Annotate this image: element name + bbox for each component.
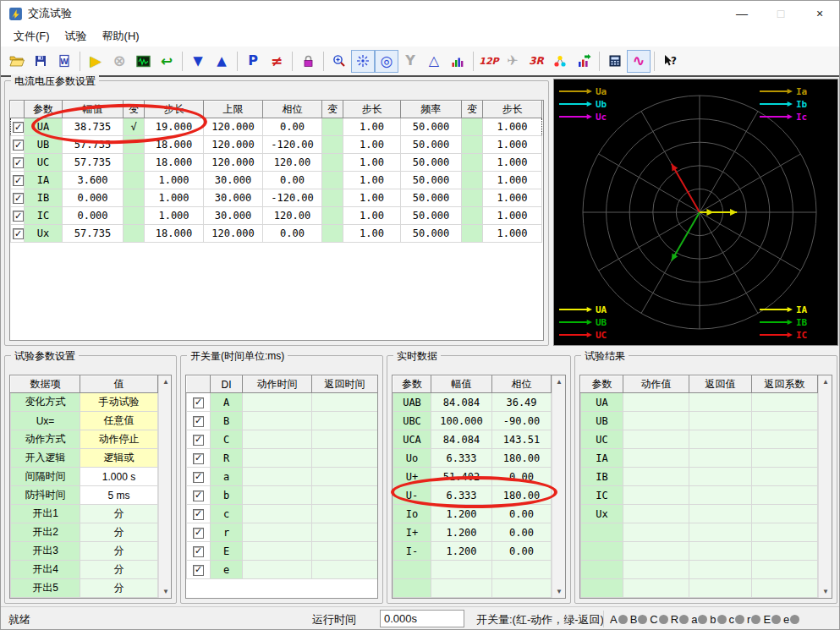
freq-step-cell[interactable]: 1.000 (483, 136, 542, 154)
vary2-flag-cell[interactable] (322, 207, 343, 225)
limit-cell[interactable]: 30.000 (204, 189, 263, 207)
calculator-button[interactable] (603, 50, 627, 73)
vary-flag-cell[interactable] (124, 136, 145, 154)
vary-flag-cell[interactable] (124, 189, 145, 207)
row-enable-cell[interactable]: ✓ (11, 189, 25, 207)
col-frequency[interactable]: 频率 (401, 101, 462, 118)
three-r-button[interactable]: 3R (524, 50, 548, 73)
col-vary[interactable]: 变 (124, 101, 145, 118)
setting-value-cell[interactable]: 分 (80, 523, 158, 542)
vary-flag-cell[interactable] (124, 207, 145, 225)
frequency-cell[interactable]: 50.000 (401, 172, 462, 189)
setting-value-cell[interactable]: 5 ms (80, 486, 158, 505)
col-step2[interactable]: 步长 (343, 101, 401, 118)
col-param[interactable]: 参数 (25, 101, 63, 118)
scrollbar[interactable]: ▲ ▼ (818, 375, 832, 598)
di-enable-cell[interactable]: ✓ (187, 393, 211, 412)
di-enable-cell[interactable]: ✓ (187, 561, 211, 579)
vary-flag-cell[interactable]: √ (124, 118, 145, 136)
open-file-button[interactable] (5, 50, 29, 73)
zoom-button[interactable] (327, 50, 351, 73)
twelve-p-button[interactable]: 12P (477, 50, 501, 73)
export-report-button[interactable]: W (52, 50, 76, 73)
scroll-up-icon[interactable]: ▲ (556, 375, 563, 388)
scroll-down-icon[interactable]: ▼ (556, 585, 563, 598)
phase-cell[interactable]: 120.00 (263, 154, 322, 172)
limit-cell[interactable]: 120.000 (204, 225, 263, 243)
frequency-cell[interactable]: 50.000 (401, 207, 462, 225)
vector-group-button[interactable] (548, 50, 572, 73)
vary2-flag-cell[interactable] (322, 136, 343, 154)
vary3-flag-cell[interactable] (462, 154, 483, 172)
vary3-flag-cell[interactable] (462, 136, 483, 154)
setting-value-cell[interactable]: 分 (80, 505, 158, 523)
frequency-cell[interactable]: 50.000 (401, 118, 462, 136)
col-limit[interactable]: 上限 (204, 101, 263, 118)
vary3-flag-cell[interactable] (462, 172, 483, 189)
phase-step-cell[interactable]: 1.00 (343, 154, 401, 172)
vary2-flag-cell[interactable] (322, 172, 343, 189)
scrollbar[interactable]: ▲ ▼ (158, 375, 172, 598)
phase-step-cell[interactable]: 1.00 (343, 189, 401, 207)
frequency-cell[interactable]: 50.000 (401, 154, 462, 172)
limit-cell[interactable]: 30.000 (204, 207, 263, 225)
row-enable-cell[interactable]: ✓ (11, 136, 25, 154)
step-down-button[interactable]: ▼ (186, 50, 210, 73)
setting-value-cell[interactable]: 任意值 (80, 412, 158, 430)
vary2-flag-cell[interactable] (322, 154, 343, 172)
phase-cell[interactable]: 120.00 (263, 207, 322, 225)
menu-item[interactable]: 文件(F) (6, 26, 58, 47)
di-enable-cell[interactable]: ✓ (187, 449, 211, 468)
setting-value-cell[interactable]: 分 (80, 579, 158, 598)
setting-value-cell[interactable]: 动作停止 (80, 430, 158, 449)
frequency-cell[interactable]: 50.000 (401, 136, 462, 154)
phase-step-cell[interactable]: 1.00 (343, 136, 401, 154)
di-enable-cell[interactable]: ✓ (187, 486, 211, 505)
phase-cell[interactable]: 0.00 (263, 118, 322, 136)
menu-item[interactable]: 试验 (58, 26, 95, 47)
frequency-cell[interactable]: 50.000 (401, 225, 462, 243)
vary2-flag-cell[interactable] (322, 118, 343, 136)
amplitude-cell[interactable]: 57.735 (63, 225, 124, 243)
phase-cell[interactable]: -120.00 (263, 189, 322, 207)
fault-button[interactable]: ≠ (265, 50, 288, 73)
oscilloscope-button[interactable] (131, 50, 155, 73)
step-cell[interactable]: 18.000 (145, 154, 204, 172)
vary2-flag-cell[interactable] (322, 189, 343, 207)
col-phase[interactable]: 相位 (263, 101, 322, 118)
setting-value-cell[interactable]: 手动试验 (80, 393, 158, 412)
freq-step-cell[interactable]: 1.000 (483, 225, 542, 243)
row-enable-cell[interactable]: ✓ (11, 154, 25, 172)
phase-step-cell[interactable]: 1.00 (343, 118, 401, 136)
phase-cell[interactable]: 0.00 (263, 225, 322, 243)
limit-cell[interactable]: 30.000 (204, 172, 263, 189)
minimize-button[interactable]: — (722, 1, 761, 26)
close-button[interactable]: × (800, 1, 839, 26)
vary3-flag-cell[interactable] (462, 189, 483, 207)
amplitude-cell[interactable]: 57.735 (63, 136, 124, 154)
amplitude-cell[interactable]: 38.735 (63, 118, 124, 136)
row-enable-cell[interactable]: ✓ (11, 118, 25, 136)
di-enable-cell[interactable]: ✓ (187, 523, 211, 542)
phase-step-cell[interactable]: 1.00 (343, 172, 401, 189)
di-enable-cell[interactable]: ✓ (187, 505, 211, 523)
vary2-flag-cell[interactable] (322, 225, 343, 243)
menu-item[interactable]: 帮助(H) (95, 26, 147, 47)
row-enable-cell[interactable]: ✓ (11, 225, 25, 243)
start-test-button[interactable]: ▶ (84, 50, 107, 73)
scroll-down-icon[interactable]: ▼ (162, 585, 169, 598)
vary-flag-cell[interactable] (124, 225, 145, 243)
amplitude-cell[interactable]: 0.000 (63, 189, 124, 207)
limit-cell[interactable]: 120.000 (204, 136, 263, 154)
limit-cell[interactable]: 120.000 (204, 154, 263, 172)
di-enable-cell[interactable]: ✓ (187, 468, 211, 486)
step-cell[interactable]: 1.000 (145, 207, 204, 225)
phase-step-cell[interactable]: 1.00 (343, 207, 401, 225)
vary-flag-cell[interactable] (124, 172, 145, 189)
phase-cell[interactable]: -120.00 (263, 136, 322, 154)
col-step[interactable]: 步长 (145, 101, 204, 118)
col-vary3[interactable]: 变 (462, 101, 483, 118)
result-chart-button[interactable] (572, 50, 596, 73)
di-enable-cell[interactable]: ✓ (187, 430, 211, 449)
vary3-flag-cell[interactable] (462, 118, 483, 136)
